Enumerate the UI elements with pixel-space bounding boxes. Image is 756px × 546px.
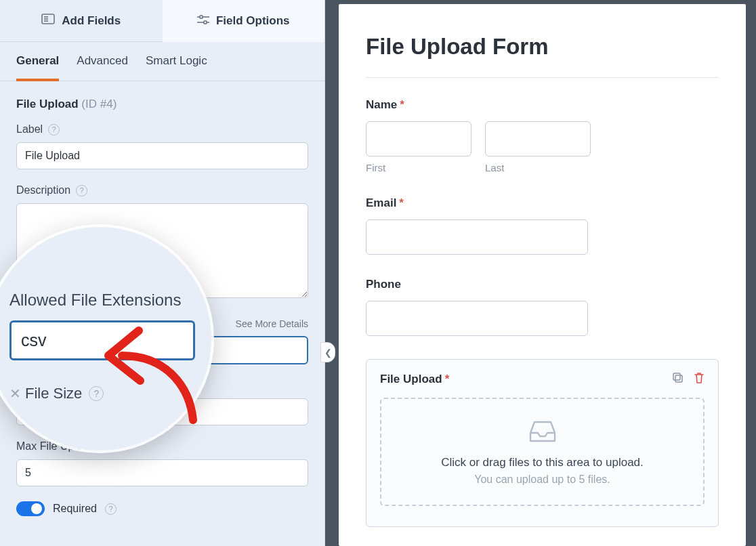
description-label: Description bbox=[16, 184, 70, 196]
upload-field-label: File Upload* bbox=[380, 373, 449, 386]
field-header: File Upload (ID #4) bbox=[16, 98, 308, 111]
add-fields-icon bbox=[41, 14, 55, 28]
required-label: Required bbox=[53, 503, 97, 515]
sub-tabs: General Advanced Smart Logic bbox=[0, 42, 324, 81]
top-tabs: Add Fields Field Options bbox=[0, 0, 324, 42]
duplicate-icon[interactable] bbox=[672, 372, 684, 387]
tab-add-fields[interactable]: Add Fields bbox=[0, 0, 163, 42]
label-label: Label bbox=[16, 123, 43, 135]
svg-point-7 bbox=[204, 20, 207, 23]
dropzone[interactable]: Click or drag files to this area to uplo… bbox=[380, 398, 705, 506]
divider bbox=[366, 77, 719, 78]
see-more-link[interactable]: See More Details bbox=[236, 318, 308, 329]
phone-input[interactable] bbox=[366, 301, 588, 336]
tab-field-options[interactable]: Field Options bbox=[163, 0, 325, 42]
field-id: (ID #4) bbox=[81, 98, 117, 110]
first-sublabel: First bbox=[366, 162, 471, 173]
trash-icon[interactable] bbox=[694, 372, 705, 387]
required-asterisk: * bbox=[445, 373, 450, 385]
row-label: Label ? bbox=[16, 123, 308, 169]
sub-tab-smart-logic[interactable]: Smart Logic bbox=[146, 54, 207, 81]
label-input[interactable] bbox=[16, 142, 308, 169]
required-toggle[interactable] bbox=[16, 501, 45, 516]
help-icon[interactable]: ? bbox=[76, 185, 87, 196]
required-asterisk: * bbox=[400, 98, 404, 111]
svg-rect-8 bbox=[675, 375, 682, 382]
row-max-uploads: Max File Uploads ? bbox=[16, 440, 308, 486]
name-label: Name* bbox=[366, 98, 719, 112]
tab-field-options-label: Field Options bbox=[216, 14, 290, 28]
last-name-input[interactable] bbox=[485, 121, 591, 156]
svg-rect-9 bbox=[673, 373, 680, 380]
first-name-input[interactable] bbox=[366, 121, 471, 156]
upload-block[interactable]: File Upload* Click or bbox=[366, 359, 719, 527]
max-uploads-input[interactable] bbox=[16, 459, 308, 486]
row-required: Required ? bbox=[16, 501, 308, 516]
magnifier-size-label: File Size bbox=[25, 385, 82, 402]
dropzone-line1: Click or drag files to this area to uplo… bbox=[395, 456, 690, 469]
help-icon[interactable]: ? bbox=[48, 124, 60, 135]
help-icon: ? bbox=[89, 386, 104, 401]
email-input[interactable] bbox=[366, 219, 588, 255]
sliders-icon bbox=[197, 14, 209, 28]
email-label: Email* bbox=[366, 196, 719, 210]
form-preview: File Upload Form Name* First Last Email*… bbox=[339, 4, 746, 546]
last-sublabel: Last bbox=[485, 162, 591, 173]
help-icon[interactable]: ? bbox=[105, 503, 117, 515]
form-title: File Upload Form bbox=[366, 34, 719, 60]
inbox-icon bbox=[395, 418, 690, 446]
magnifier-ext-input[interactable] bbox=[9, 320, 195, 360]
magnifier-size-row: ✕ File Size ? bbox=[9, 385, 195, 402]
chevron-left-icon: ❮ bbox=[324, 348, 332, 358]
phone-label: Phone bbox=[366, 278, 719, 291]
field-name: File Upload bbox=[16, 98, 79, 110]
collapse-handle[interactable]: ❮ bbox=[320, 342, 335, 362]
required-asterisk: * bbox=[399, 196, 404, 209]
sub-tab-advanced[interactable]: Advanced bbox=[77, 54, 128, 81]
sub-tab-general[interactable]: General bbox=[16, 54, 59, 81]
svg-point-6 bbox=[200, 15, 203, 18]
dropzone-line2: You can upload up to 5 files. bbox=[395, 474, 690, 486]
tab-add-fields-label: Add Fields bbox=[62, 14, 121, 28]
magnifier-ext-label: Allowed File Extensions bbox=[9, 291, 195, 310]
